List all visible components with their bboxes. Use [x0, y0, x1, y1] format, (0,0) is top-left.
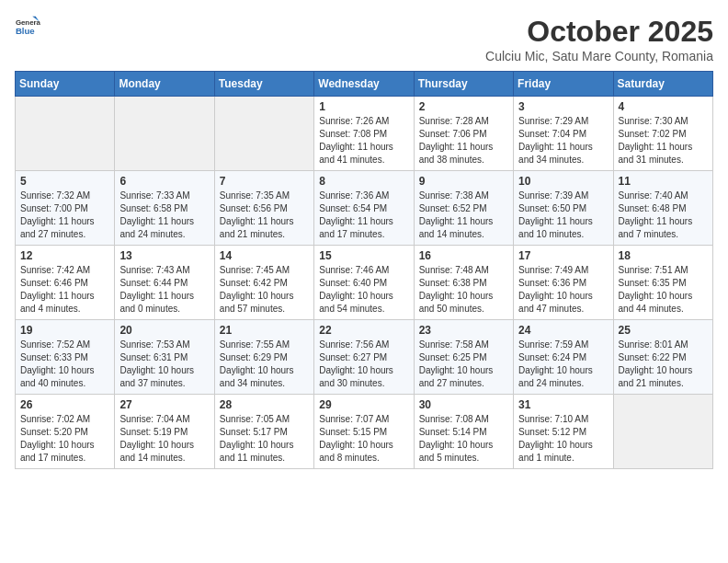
calendar-cell: 2Sunrise: 7:28 AM Sunset: 7:06 PM Daylig…	[414, 97, 513, 171]
day-number: 28	[220, 398, 309, 411]
day-info: Sunrise: 7:40 AM Sunset: 6:48 PM Dayligh…	[619, 190, 708, 241]
day-info: Sunrise: 7:10 AM Sunset: 5:12 PM Dayligh…	[518, 413, 608, 465]
calendar-cell: 26Sunrise: 7:02 AM Sunset: 5:20 PM Dayli…	[16, 395, 115, 469]
day-number: 10	[518, 175, 608, 188]
calendar-cell: 6Sunrise: 7:33 AM Sunset: 6:58 PM Daylig…	[115, 171, 214, 246]
calendar-cell: 10Sunrise: 7:39 AM Sunset: 6:50 PM Dayli…	[514, 171, 613, 246]
day-info: Sunrise: 7:05 AM Sunset: 5:17 PM Dayligh…	[220, 413, 309, 465]
calendar-cell: 20Sunrise: 7:53 AM Sunset: 6:31 PM Dayli…	[115, 320, 214, 395]
calendar-cell: 9Sunrise: 7:38 AM Sunset: 6:52 PM Daylig…	[414, 171, 513, 246]
day-info: Sunrise: 7:55 AM Sunset: 6:29 PM Dayligh…	[220, 339, 309, 390]
calendar-cell: 5Sunrise: 7:32 AM Sunset: 7:00 PM Daylig…	[16, 171, 115, 246]
day-number: 20	[119, 324, 209, 337]
calendar-cell: 14Sunrise: 7:45 AM Sunset: 6:42 PM Dayli…	[214, 246, 313, 320]
day-number: 14	[220, 249, 309, 262]
day-info: Sunrise: 8:01 AM Sunset: 6:22 PM Dayligh…	[619, 339, 708, 390]
month-title: October 2025	[485, 15, 713, 49]
title-block: October 2025 Culciu Mic, Satu Mare Count…	[485, 15, 713, 63]
calendar-cell	[613, 395, 712, 469]
day-number: 18	[619, 249, 708, 262]
day-info: Sunrise: 7:48 AM Sunset: 6:38 PM Dayligh…	[419, 264, 508, 316]
calendar-cell: 18Sunrise: 7:51 AM Sunset: 6:35 PM Dayli…	[613, 246, 712, 320]
weekday-header-saturday: Saturday	[613, 72, 712, 97]
day-number: 23	[419, 324, 508, 337]
calendar-cell	[214, 97, 313, 171]
day-info: Sunrise: 7:38 AM Sunset: 6:52 PM Dayligh…	[419, 190, 508, 241]
day-number: 5	[20, 175, 109, 188]
svg-text:Blue: Blue	[16, 26, 35, 36]
calendar-cell: 27Sunrise: 7:04 AM Sunset: 5:19 PM Dayli…	[115, 395, 214, 469]
calendar-cell: 4Sunrise: 7:30 AM Sunset: 7:02 PM Daylig…	[613, 97, 712, 171]
day-number: 13	[119, 249, 209, 262]
calendar-cell	[115, 97, 214, 171]
calendar-cell: 17Sunrise: 7:49 AM Sunset: 6:36 PM Dayli…	[514, 246, 613, 320]
day-number: 15	[319, 249, 408, 262]
calendar-cell: 11Sunrise: 7:40 AM Sunset: 6:48 PM Dayli…	[613, 171, 712, 246]
day-number: 24	[518, 324, 608, 337]
calendar-cell: 19Sunrise: 7:52 AM Sunset: 6:33 PM Dayli…	[16, 320, 115, 395]
day-info: Sunrise: 7:51 AM Sunset: 6:35 PM Dayligh…	[619, 264, 708, 316]
day-number: 26	[20, 398, 109, 411]
calendar-cell: 7Sunrise: 7:35 AM Sunset: 6:56 PM Daylig…	[214, 171, 313, 246]
calendar-cell: 25Sunrise: 8:01 AM Sunset: 6:22 PM Dayli…	[613, 320, 712, 395]
calendar-cell: 31Sunrise: 7:10 AM Sunset: 5:12 PM Dayli…	[514, 395, 613, 469]
day-info: Sunrise: 7:43 AM Sunset: 6:44 PM Dayligh…	[119, 264, 209, 316]
weekday-header-thursday: Thursday	[414, 72, 513, 97]
day-number: 6	[119, 175, 209, 188]
day-info: Sunrise: 7:28 AM Sunset: 7:06 PM Dayligh…	[419, 115, 508, 167]
calendar-cell	[16, 97, 115, 171]
calendar-cell: 12Sunrise: 7:42 AM Sunset: 6:46 PM Dayli…	[16, 246, 115, 320]
calendar-cell: 28Sunrise: 7:05 AM Sunset: 5:17 PM Dayli…	[214, 395, 313, 469]
calendar-cell: 13Sunrise: 7:43 AM Sunset: 6:44 PM Dayli…	[115, 246, 214, 320]
weekday-header-wednesday: Wednesday	[314, 72, 414, 97]
page-header: General Blue October 2025 Culciu Mic, Sa…	[15, 15, 713, 63]
weekday-header-sunday: Sunday	[16, 72, 115, 97]
day-info: Sunrise: 7:39 AM Sunset: 6:50 PM Dayligh…	[518, 190, 608, 241]
day-number: 29	[319, 398, 408, 411]
day-info: Sunrise: 7:58 AM Sunset: 6:25 PM Dayligh…	[419, 339, 508, 390]
calendar-week-row: 1Sunrise: 7:26 AM Sunset: 7:08 PM Daylig…	[16, 97, 713, 171]
calendar-cell: 24Sunrise: 7:59 AM Sunset: 6:24 PM Dayli…	[514, 320, 613, 395]
calendar-cell: 22Sunrise: 7:56 AM Sunset: 6:27 PM Dayli…	[314, 320, 414, 395]
day-number: 25	[619, 324, 708, 337]
day-number: 7	[220, 175, 309, 188]
day-info: Sunrise: 7:30 AM Sunset: 7:02 PM Dayligh…	[619, 115, 708, 167]
weekday-header-monday: Monday	[115, 72, 214, 97]
day-number: 21	[220, 324, 309, 337]
logo: General Blue	[15, 15, 40, 40]
calendar-cell: 16Sunrise: 7:48 AM Sunset: 6:38 PM Dayli…	[414, 246, 513, 320]
day-info: Sunrise: 7:02 AM Sunset: 5:20 PM Dayligh…	[20, 413, 109, 465]
day-info: Sunrise: 7:56 AM Sunset: 6:27 PM Dayligh…	[319, 339, 408, 390]
day-number: 11	[619, 175, 708, 188]
calendar-cell: 3Sunrise: 7:29 AM Sunset: 7:04 PM Daylig…	[514, 97, 613, 171]
day-info: Sunrise: 7:42 AM Sunset: 6:46 PM Dayligh…	[20, 264, 109, 316]
day-number: 31	[518, 398, 608, 411]
calendar-table: SundayMondayTuesdayWednesdayThursdayFrid…	[15, 71, 713, 469]
day-info: Sunrise: 7:29 AM Sunset: 7:04 PM Dayligh…	[518, 115, 608, 167]
day-info: Sunrise: 7:33 AM Sunset: 6:58 PM Dayligh…	[119, 190, 209, 241]
day-number: 12	[20, 249, 109, 262]
day-info: Sunrise: 7:35 AM Sunset: 6:56 PM Dayligh…	[220, 190, 309, 241]
calendar-cell: 23Sunrise: 7:58 AM Sunset: 6:25 PM Dayli…	[414, 320, 513, 395]
day-number: 19	[20, 324, 109, 337]
day-number: 16	[419, 249, 508, 262]
calendar-header-row: SundayMondayTuesdayWednesdayThursdayFrid…	[16, 72, 713, 97]
day-info: Sunrise: 7:49 AM Sunset: 6:36 PM Dayligh…	[518, 264, 608, 316]
calendar-body: 1Sunrise: 7:26 AM Sunset: 7:08 PM Daylig…	[16, 97, 713, 469]
calendar-week-row: 5Sunrise: 7:32 AM Sunset: 7:00 PM Daylig…	[16, 171, 713, 246]
calendar-cell: 1Sunrise: 7:26 AM Sunset: 7:08 PM Daylig…	[314, 97, 414, 171]
location-title: Culciu Mic, Satu Mare County, Romania	[485, 49, 713, 63]
day-info: Sunrise: 7:32 AM Sunset: 7:00 PM Dayligh…	[20, 190, 109, 241]
day-info: Sunrise: 7:04 AM Sunset: 5:19 PM Dayligh…	[119, 413, 209, 465]
day-info: Sunrise: 7:59 AM Sunset: 6:24 PM Dayligh…	[518, 339, 608, 390]
logo-icon: General Blue	[15, 15, 40, 40]
day-info: Sunrise: 7:45 AM Sunset: 6:42 PM Dayligh…	[220, 264, 309, 316]
calendar-cell: 21Sunrise: 7:55 AM Sunset: 6:29 PM Dayli…	[214, 320, 313, 395]
calendar-week-row: 26Sunrise: 7:02 AM Sunset: 5:20 PM Dayli…	[16, 395, 713, 469]
day-info: Sunrise: 7:52 AM Sunset: 6:33 PM Dayligh…	[20, 339, 109, 390]
day-number: 27	[119, 398, 209, 411]
day-number: 4	[619, 100, 708, 113]
weekday-header-tuesday: Tuesday	[214, 72, 313, 97]
day-number: 1	[319, 100, 408, 113]
day-number: 22	[319, 324, 408, 337]
